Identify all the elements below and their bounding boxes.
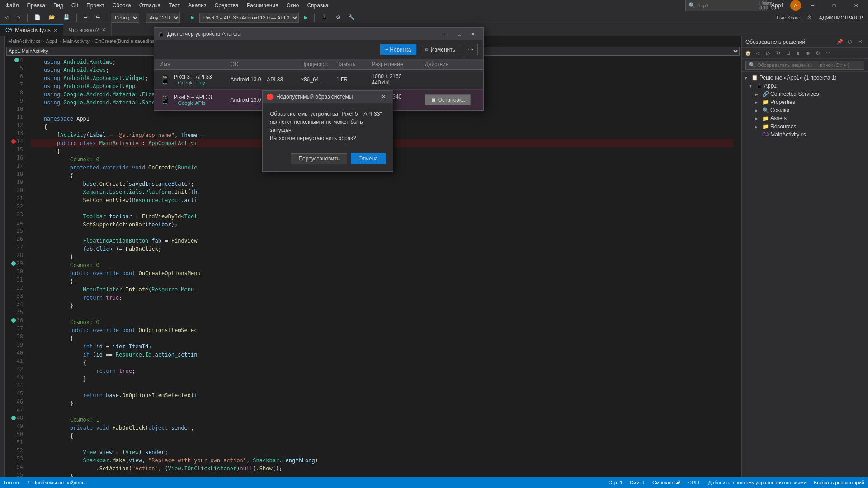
- platform-select[interactable]: Any CPU: [146, 13, 180, 23]
- solution-tree: ▼ 📋 Решение «App1» (1 проекта 1) ▼ 📱 App…: [742, 72, 868, 477]
- reinstall-button[interactable]: Переустановить: [291, 153, 347, 164]
- minimize-button[interactable]: ─: [802, 0, 823, 12]
- menu-item-edit[interactable]: Правка: [24, 1, 49, 9]
- menu-item-build[interactable]: Сборка: [109, 1, 135, 9]
- dm-toolbar: + Новинка ✏ Изменить ⋯: [154, 40, 483, 59]
- git-repo-btn[interactable]: Выбрать репозиторий: [814, 480, 864, 485]
- run-device-btn[interactable]: ▶: [301, 13, 311, 22]
- breadcrumb-namespace: App1: [46, 38, 58, 44]
- toolbar-redo-btn[interactable]: ↪: [93, 13, 103, 22]
- close-button[interactable]: ✕: [845, 0, 866, 12]
- menu-item-git[interactable]: Git: [68, 1, 82, 9]
- tree-item-resources[interactable]: ▶ 📁 Resources: [742, 122, 868, 131]
- menu-item-help[interactable]: Справка: [303, 1, 332, 9]
- menu-item-test[interactable]: Тест: [165, 1, 184, 9]
- search-input[interactable]: [697, 3, 760, 8]
- properties-icon: 📁: [762, 99, 769, 105]
- toolbar-new-btn[interactable]: 📄: [31, 13, 44, 22]
- sol-back-btn[interactable]: ◁: [754, 49, 763, 58]
- dm-device-row-0[interactable]: 📱 Pixel 3 – API 33 + Google Play Android…: [154, 70, 483, 90]
- dm-close-btn[interactable]: ✕: [466, 28, 480, 40]
- stop-icon: ⏹: [431, 97, 436, 103]
- menu-item-project[interactable]: Проект: [83, 1, 108, 9]
- sol-filter-btn[interactable]: ≡: [793, 49, 802, 58]
- tab-whatsnew-close[interactable]: ✕: [102, 27, 106, 33]
- dm-col-res: Разрешение: [372, 61, 425, 67]
- expand-mainactivity-icon: [755, 132, 761, 137]
- menu-item-debug[interactable]: Отладка: [136, 1, 164, 9]
- dm-more-btn[interactable]: ⋯: [464, 44, 478, 55]
- tree-item-solution[interactable]: ▼ 📋 Решение «App1» (1 проекта 1): [742, 74, 868, 82]
- sol-fwd-btn[interactable]: ▷: [764, 49, 773, 58]
- device-phone-icon-0: 📱: [160, 74, 171, 85]
- user-button[interactable]: АДМИНИСТРАТОР: [816, 14, 866, 22]
- debug-config-select[interactable]: Debug: [111, 13, 139, 23]
- tree-item-app1[interactable]: ▼ 📱 App1: [742, 82, 868, 90]
- menu-item-window[interactable]: Окно: [283, 1, 302, 9]
- toolbar-undo-btn[interactable]: ↩: [80, 13, 91, 22]
- menu-item-view[interactable]: Вид: [50, 1, 67, 9]
- solution-label: Решение «App1» (1 проекта 1): [760, 75, 836, 81]
- dm-device-1-name-col: 📱 Pixel 5 – API 33 + Google APIs: [160, 94, 230, 106]
- panel-pin-btn[interactable]: 📌: [835, 38, 844, 47]
- menu-item-file[interactable]: Файл: [2, 1, 23, 9]
- panel-float-btn[interactable]: ⬡: [845, 38, 854, 47]
- toolbar-back-btn[interactable]: ◁: [2, 13, 12, 22]
- settings-icon[interactable]: ⚙: [807, 14, 812, 21]
- panel-close-btn[interactable]: ✕: [855, 38, 864, 47]
- tree-item-mainactivity[interactable]: C# MainActivity.cs: [742, 131, 868, 139]
- dm-new-btn[interactable]: + Новинка: [380, 44, 416, 55]
- device-1-sub: + Google APIs: [174, 100, 212, 106]
- toolbar-misc-1[interactable]: 📱: [318, 13, 331, 22]
- cancel-button[interactable]: Отмена: [351, 153, 386, 164]
- menu-item-analyze[interactable]: Анализ: [184, 1, 210, 9]
- toolbar-fwd-btn[interactable]: ▷: [14, 13, 24, 22]
- dm-window-controls: ─ □ ✕: [439, 28, 480, 40]
- git-add-btn[interactable]: Добавить в систему управления версиями: [708, 480, 807, 485]
- tab-whatsnew[interactable]: Что нового? ✕: [63, 24, 112, 36]
- dm-maximize-btn[interactable]: □: [453, 28, 466, 40]
- error-close-btn[interactable]: ✕: [378, 91, 389, 102]
- tree-item-properties[interactable]: ▶ 📁 Properties: [742, 98, 868, 106]
- maximize-button[interactable]: □: [824, 0, 844, 12]
- solution-icon: 📋: [751, 75, 758, 81]
- code-scrollbar[interactable]: [737, 56, 741, 477]
- panel-title: Обозреватель решений: [745, 39, 835, 45]
- device-0-res: 1080 x 2160 440 dpi: [372, 73, 425, 86]
- dm-minimize-btn[interactable]: ─: [439, 28, 453, 40]
- device-select[interactable]: Pixel 3 – API 33 (Android 13.0 — API 33): [199, 13, 299, 23]
- sol-settings-btn[interactable]: ⚙: [813, 49, 822, 58]
- sol-more-btn[interactable]: ⋯: [823, 49, 832, 58]
- dm-col-cpu: Процессор: [301, 61, 336, 67]
- search-box[interactable]: 🔍 Поиск (Ctrl+Q): [685, 0, 767, 11]
- menu-item-tools[interactable]: Средства: [211, 1, 242, 9]
- status-row: Стр: 1: [609, 480, 623, 485]
- user-avatar[interactable]: A: [790, 0, 801, 11]
- menu-item-extensions[interactable]: Расширения: [243, 1, 282, 9]
- tab-mainactivity[interactable]: C# MainActivity.cs ✕: [0, 24, 63, 36]
- sol-search-icon: 🔍: [749, 62, 755, 68]
- tab-whatsnew-label: Что нового?: [69, 27, 99, 33]
- stop-button[interactable]: ⏹ Остановка: [425, 94, 471, 105]
- sol-refresh-btn[interactable]: ↻: [774, 49, 783, 58]
- tree-item-references[interactable]: ▶ 🔍 Ссылки: [742, 106, 868, 114]
- dm-edit-btn[interactable]: ✏ Изменить: [420, 44, 460, 55]
- toolbar-open-btn[interactable]: 📂: [46, 13, 58, 22]
- toolbar-misc-2[interactable]: ⚙: [333, 13, 344, 22]
- error-dialog: 🛑 Недопустимый образ системы ✕ Образ сис…: [262, 90, 393, 172]
- expand-solution-icon: ▼: [744, 75, 750, 80]
- toolbar-save-btn[interactable]: 💾: [60, 13, 73, 22]
- dm-title-text: Диспетчер устройств Android: [167, 31, 439, 37]
- live-share-button[interactable]: Live Share: [774, 14, 804, 22]
- tree-item-assets[interactable]: ▶ 📁 Assets: [742, 114, 868, 122]
- status-right: Стр: 1 Сим: 1 Смешанный CRLF Добавить в …: [609, 480, 864, 485]
- sol-collapse-btn[interactable]: ⊟: [783, 49, 793, 58]
- toolbar-misc-3[interactable]: 🔧: [345, 13, 358, 22]
- sol-search-input[interactable]: [757, 62, 861, 68]
- sol-home-btn[interactable]: 🏠: [744, 49, 753, 58]
- tab-mainactivity-close[interactable]: ✕: [53, 28, 57, 33]
- tree-item-connected-services[interactable]: ▶ 🔗 Connected Services: [742, 90, 868, 98]
- status-indent: Смешанный: [652, 480, 681, 485]
- sol-preview-btn[interactable]: 👁: [803, 49, 812, 58]
- run-button[interactable]: ▶: [188, 13, 198, 22]
